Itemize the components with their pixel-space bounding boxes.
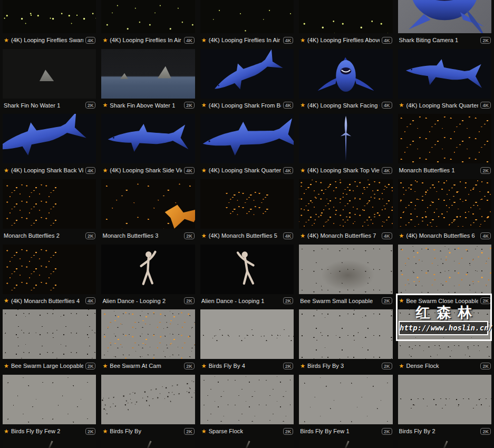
asset-thumbnail[interactable] — [101, 309, 195, 359]
asset-thumbnail[interactable] — [200, 245, 294, 294]
asset-thumbnail[interactable] — [398, 375, 491, 424]
favorite-star-icon[interactable]: ★ — [102, 428, 108, 434]
favorite-star-icon[interactable]: ★ — [399, 298, 404, 304]
favorite-star-icon[interactable]: ★ — [102, 363, 108, 369]
favorite-star-icon[interactable]: ★ — [300, 363, 305, 369]
favorite-star-icon[interactable]: ★ — [102, 37, 108, 43]
asset-card[interactable] — [395, 439, 494, 448]
asset-thumbnail[interactable] — [398, 309, 491, 359]
asset-thumbnail[interactable] — [200, 309, 294, 359]
favorite-star-icon[interactable]: ★ — [201, 233, 207, 239]
asset-thumbnail[interactable] — [101, 0, 195, 33]
asset-thumbnail[interactable] — [101, 49, 195, 99]
asset-card[interactable]: ★ (4K) Looping Fireflies Above Gro... 4K — [296, 0, 395, 47]
asset-thumbnail[interactable] — [200, 0, 294, 33]
asset-card[interactable]: ★ (4K) Looping Fireflies In Air 1 4K — [198, 0, 296, 47]
asset-thumbnail[interactable] — [101, 440, 195, 448]
favorite-star-icon[interactable]: ★ — [4, 363, 9, 369]
asset-thumbnail[interactable] — [299, 0, 392, 33]
asset-card[interactable]: ★ (4K) Looping Fireflies Swarm 2 4K — [0, 0, 99, 47]
asset-card[interactable]: Bee Swarm Small Loopable 2K — [296, 243, 395, 308]
asset-card[interactable]: Birds Fly By 2 2K — [395, 373, 494, 439]
asset-thumbnail[interactable] — [200, 114, 294, 163]
asset-thumbnail[interactable] — [3, 375, 96, 424]
asset-card[interactable]: Monarch Butterflies 2 2K — [0, 178, 99, 243]
asset-card[interactable]: ★ Bee Swarm At Cam 2K — [99, 308, 197, 373]
asset-card[interactable]: ★ Shark Fin Above Water 1 2K — [99, 47, 197, 113]
asset-card[interactable]: ★ Sparse Flock 2K — [198, 373, 296, 439]
asset-card[interactable]: ★ (4K) Looping Shark Quarter View 1 4K — [395, 47, 494, 113]
favorite-star-icon[interactable]: ★ — [201, 102, 207, 108]
asset-card[interactable]: ★ (4K) Looping Shark Top View 1 4K — [296, 112, 395, 178]
asset-card[interactable]: ★ (4K) Looping Shark Quarter View... 4K — [198, 112, 296, 178]
favorite-star-icon[interactable]: ★ — [102, 168, 108, 173]
asset-card[interactable]: ★ Birds Fly By Few 2 2K — [0, 373, 99, 439]
favorite-star-icon[interactable]: ★ — [4, 168, 9, 173]
favorite-star-icon[interactable]: ★ — [4, 428, 9, 434]
asset-card[interactable]: ★ Bee Swarm Close Loopable 2K — [395, 243, 494, 308]
asset-card[interactable]: ★ Birds Fly By 2K — [99, 373, 197, 439]
asset-thumbnail[interactable] — [398, 179, 491, 229]
asset-thumbnail[interactable] — [200, 375, 294, 424]
asset-card[interactable]: ★ (4K) Monarch Butterflies 5 4K — [198, 178, 296, 243]
asset-thumbnail[interactable] — [398, 245, 491, 294]
asset-thumbnail[interactable] — [101, 375, 195, 424]
asset-card[interactable]: Monarch Butterflies 3 2K — [99, 178, 197, 243]
asset-card[interactable]: ★ (4K) Looping Fireflies In Air Boke... … — [99, 0, 197, 47]
asset-thumbnail[interactable] — [299, 245, 392, 294]
asset-card[interactable]: ★ (4K) Monarch Butterflies 7 4K — [296, 178, 395, 243]
favorite-star-icon[interactable]: ★ — [102, 102, 108, 108]
asset-card[interactable] — [0, 439, 99, 448]
asset-thumbnail[interactable] — [3, 49, 96, 99]
asset-thumbnail[interactable] — [3, 309, 96, 359]
asset-card[interactable]: ★ (4K) Looping Shark Facing Came... 4K — [296, 47, 395, 113]
asset-card[interactable]: ★ (4K) Looping Shark From Below 1 4K — [198, 47, 296, 113]
asset-card[interactable]: ★ Birds Fly By 4 2K — [198, 308, 296, 373]
asset-thumbnail[interactable] — [3, 0, 96, 33]
asset-thumbnail[interactable] — [398, 49, 491, 99]
favorite-star-icon[interactable]: ★ — [201, 168, 207, 173]
favorite-star-icon[interactable]: ★ — [399, 233, 404, 239]
asset-card[interactable]: ★ Bee Swarm Large Loopable 2K — [0, 308, 99, 373]
asset-card[interactable]: ★ Birds Fly By 3 2K — [296, 308, 395, 373]
favorite-star-icon[interactable]: ★ — [201, 37, 207, 43]
favorite-star-icon[interactable]: ★ — [201, 428, 207, 434]
asset-thumbnail[interactable] — [398, 0, 491, 33]
asset-thumbnail[interactable] — [299, 49, 392, 99]
favorite-star-icon[interactable]: ★ — [300, 168, 305, 173]
asset-card[interactable]: Monarch Butterflies 1 2K — [395, 112, 494, 178]
asset-thumbnail[interactable] — [101, 245, 195, 294]
favorite-star-icon[interactable]: ★ — [300, 233, 305, 239]
asset-card[interactable]: Birds Fly By Few 1 2K — [296, 373, 395, 439]
asset-thumbnail[interactable] — [200, 440, 294, 448]
asset-card[interactable]: Alien Dance - Looping 2 2K — [99, 243, 197, 308]
asset-thumbnail[interactable] — [299, 114, 392, 163]
asset-card[interactable]: ★ (4K) Monarch Butterflies 4 4K — [0, 243, 99, 308]
asset-thumbnail[interactable] — [3, 179, 96, 229]
asset-thumbnail[interactable] — [3, 114, 96, 163]
asset-card[interactable]: ★ Dense Flock 2K — [395, 308, 494, 373]
asset-thumbnail[interactable] — [3, 440, 96, 448]
asset-thumbnail[interactable] — [398, 114, 491, 163]
asset-card[interactable]: Alien Dance - Looping 1 2K — [198, 243, 296, 308]
favorite-star-icon[interactable]: ★ — [399, 102, 404, 108]
asset-thumbnail[interactable] — [200, 179, 294, 229]
favorite-star-icon[interactable]: ★ — [4, 37, 9, 43]
asset-thumbnail[interactable] — [200, 49, 294, 99]
asset-thumbnail[interactable] — [299, 375, 392, 424]
favorite-star-icon[interactable]: ★ — [399, 363, 404, 369]
asset-card[interactable]: ★ (4K) Looping Shark Back View 1 4K — [0, 112, 99, 178]
asset-card[interactable]: ★ (4K) Monarch Butterflies 6 4K — [395, 178, 494, 243]
asset-card[interactable]: Shark Biting Camera 1 2K — [395, 0, 494, 47]
asset-card[interactable] — [198, 439, 296, 448]
asset-thumbnail[interactable] — [398, 440, 491, 448]
asset-thumbnail[interactable] — [101, 114, 195, 163]
asset-thumbnail[interactable] — [101, 179, 195, 229]
favorite-star-icon[interactable]: ★ — [201, 363, 207, 369]
asset-card[interactable] — [296, 439, 395, 448]
asset-card[interactable] — [99, 439, 197, 448]
asset-thumbnail[interactable] — [299, 179, 392, 229]
favorite-star-icon[interactable]: ★ — [300, 37, 305, 43]
asset-card[interactable]: Shark Fin No Water 1 2K — [0, 47, 99, 113]
asset-thumbnail[interactable] — [3, 245, 96, 294]
